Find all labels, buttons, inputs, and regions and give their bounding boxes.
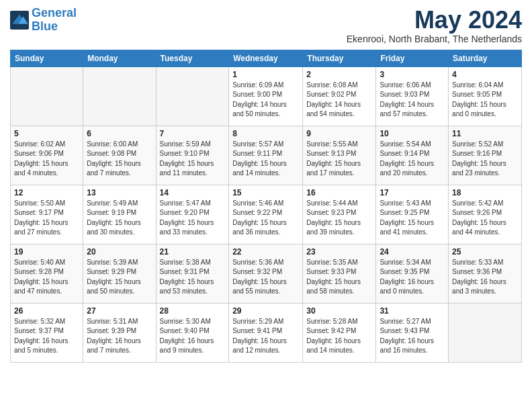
day-info: Sunrise: 6:02 AM Sunset: 9:06 PM Dayligh… [14, 140, 79, 179]
day-number: 22 [232, 247, 299, 257]
day-number: 31 [380, 306, 445, 316]
weekday-header-tuesday: Tuesday [156, 50, 229, 66]
calendar-cell: 20Sunrise: 5:39 AM Sunset: 9:29 PM Dayli… [83, 244, 156, 303]
calendar-cell: 13Sunrise: 5:49 AM Sunset: 9:19 PM Dayli… [83, 185, 156, 244]
calendar-cell: 18Sunrise: 5:42 AM Sunset: 9:26 PM Dayli… [449, 185, 522, 244]
calendar-week-row: 19Sunrise: 5:40 AM Sunset: 9:28 PM Dayli… [11, 244, 522, 303]
calendar-cell: 7Sunrise: 5:59 AM Sunset: 9:10 PM Daylig… [156, 126, 229, 185]
day-number: 11 [452, 129, 518, 138]
calendar-cell: 24Sunrise: 5:34 AM Sunset: 9:35 PM Dayli… [376, 244, 449, 303]
calendar-cell: 8Sunrise: 5:57 AM Sunset: 9:11 PM Daylig… [229, 126, 303, 185]
day-number: 13 [87, 188, 152, 197]
day-number: 12 [14, 188, 79, 197]
calendar-cell [11, 66, 83, 126]
day-info: Sunrise: 5:29 AM Sunset: 9:41 PM Dayligh… [232, 317, 299, 356]
day-number: 14 [160, 188, 226, 197]
day-number: 21 [160, 247, 226, 257]
day-info: Sunrise: 5:35 AM Sunset: 9:33 PM Dayligh… [306, 258, 372, 297]
day-number: 16 [306, 188, 372, 197]
day-number: 17 [380, 188, 445, 197]
calendar-cell: 30Sunrise: 5:28 AM Sunset: 9:42 PM Dayli… [303, 303, 376, 362]
logo: General Blue [10, 7, 77, 34]
calendar-cell: 19Sunrise: 5:40 AM Sunset: 9:28 PM Dayli… [11, 244, 83, 303]
calendar-week-row: 1Sunrise: 6:09 AM Sunset: 9:00 PM Daylig… [11, 66, 522, 126]
calendar-week-row: 26Sunrise: 5:32 AM Sunset: 9:37 PM Dayli… [11, 303, 522, 362]
weekday-header-wednesday: Wednesday [229, 50, 303, 66]
page-header: General Blue May 2024 Ekenrooi, North Br… [10, 7, 522, 44]
calendar-cell: 21Sunrise: 5:38 AM Sunset: 9:31 PM Dayli… [156, 244, 229, 303]
calendar-cell: 25Sunrise: 5:33 AM Sunset: 9:36 PM Dayli… [449, 244, 522, 303]
day-info: Sunrise: 5:43 AM Sunset: 9:25 PM Dayligh… [380, 199, 445, 238]
calendar-cell: 27Sunrise: 5:31 AM Sunset: 9:39 PM Dayli… [83, 303, 156, 362]
day-number: 3 [380, 70, 445, 79]
calendar-week-row: 5Sunrise: 6:02 AM Sunset: 9:06 PM Daylig… [11, 126, 522, 185]
day-number: 25 [452, 247, 518, 257]
day-number: 15 [232, 188, 299, 197]
calendar-cell: 2Sunrise: 6:08 AM Sunset: 9:02 PM Daylig… [303, 66, 376, 126]
day-number: 18 [452, 188, 518, 197]
calendar-cell: 14Sunrise: 5:47 AM Sunset: 9:20 PM Dayli… [156, 185, 229, 244]
day-info: Sunrise: 5:44 AM Sunset: 9:23 PM Dayligh… [306, 199, 372, 238]
day-number: 28 [160, 306, 226, 316]
calendar-cell: 11Sunrise: 5:52 AM Sunset: 9:16 PM Dayli… [449, 126, 522, 185]
calendar-cell: 5Sunrise: 6:02 AM Sunset: 9:06 PM Daylig… [11, 126, 83, 185]
day-number: 9 [306, 129, 372, 138]
day-info: Sunrise: 5:42 AM Sunset: 9:26 PM Dayligh… [452, 199, 518, 238]
day-info: Sunrise: 5:36 AM Sunset: 9:32 PM Dayligh… [232, 258, 299, 297]
day-info: Sunrise: 5:31 AM Sunset: 9:39 PM Dayligh… [87, 317, 152, 356]
day-number: 27 [87, 306, 152, 316]
calendar-cell [156, 66, 229, 126]
calendar-cell: 29Sunrise: 5:29 AM Sunset: 9:41 PM Dayli… [229, 303, 303, 362]
day-number: 5 [14, 129, 79, 138]
day-number: 10 [380, 129, 445, 138]
day-info: Sunrise: 6:00 AM Sunset: 9:08 PM Dayligh… [87, 140, 152, 179]
day-number: 24 [380, 247, 445, 257]
calendar-cell: 28Sunrise: 5:30 AM Sunset: 9:40 PM Dayli… [156, 303, 229, 362]
day-info: Sunrise: 5:40 AM Sunset: 9:28 PM Dayligh… [14, 258, 79, 297]
title-block: May 2024 Ekenrooi, North Brabant, The Ne… [347, 7, 522, 44]
day-info: Sunrise: 5:38 AM Sunset: 9:31 PM Dayligh… [160, 258, 226, 297]
day-info: Sunrise: 5:47 AM Sunset: 9:20 PM Dayligh… [160, 199, 226, 238]
day-info: Sunrise: 5:34 AM Sunset: 9:35 PM Dayligh… [380, 258, 445, 297]
day-info: Sunrise: 5:46 AM Sunset: 9:22 PM Dayligh… [232, 199, 299, 238]
day-info: Sunrise: 5:50 AM Sunset: 9:17 PM Dayligh… [14, 199, 79, 238]
day-info: Sunrise: 5:27 AM Sunset: 9:43 PM Dayligh… [380, 317, 445, 356]
calendar-cell: 4Sunrise: 6:04 AM Sunset: 9:05 PM Daylig… [449, 66, 522, 126]
day-info: Sunrise: 5:55 AM Sunset: 9:13 PM Dayligh… [306, 140, 372, 179]
calendar-table: SundayMondayTuesdayWednesdayThursdayFrid… [10, 50, 522, 363]
day-number: 2 [306, 70, 372, 79]
calendar-cell: 16Sunrise: 5:44 AM Sunset: 9:23 PM Dayli… [303, 185, 376, 244]
day-number: 6 [87, 129, 152, 138]
weekday-header-friday: Friday [376, 50, 449, 66]
calendar-cell: 22Sunrise: 5:36 AM Sunset: 9:32 PM Dayli… [229, 244, 303, 303]
day-info: Sunrise: 6:04 AM Sunset: 9:05 PM Dayligh… [452, 81, 518, 120]
weekday-header-thursday: Thursday [303, 50, 376, 66]
day-info: Sunrise: 5:33 AM Sunset: 9:36 PM Dayligh… [452, 258, 518, 297]
day-info: Sunrise: 5:49 AM Sunset: 9:19 PM Dayligh… [87, 199, 152, 238]
weekday-header-saturday: Saturday [449, 50, 522, 66]
calendar-week-row: 12Sunrise: 5:50 AM Sunset: 9:17 PM Dayli… [11, 185, 522, 244]
day-info: Sunrise: 5:57 AM Sunset: 9:11 PM Dayligh… [232, 140, 299, 179]
calendar-cell: 26Sunrise: 5:32 AM Sunset: 9:37 PM Dayli… [11, 303, 83, 362]
logo-icon [10, 11, 29, 30]
weekday-header-monday: Monday [83, 50, 156, 66]
day-info: Sunrise: 5:54 AM Sunset: 9:14 PM Dayligh… [380, 140, 445, 179]
weekday-header-row: SundayMondayTuesdayWednesdayThursdayFrid… [11, 50, 522, 66]
calendar-cell: 12Sunrise: 5:50 AM Sunset: 9:17 PM Dayli… [11, 185, 83, 244]
day-number: 30 [306, 306, 372, 316]
day-number: 26 [14, 306, 79, 316]
day-info: Sunrise: 5:39 AM Sunset: 9:29 PM Dayligh… [87, 258, 152, 297]
day-info: Sunrise: 5:28 AM Sunset: 9:42 PM Dayligh… [306, 317, 372, 356]
weekday-header-sunday: Sunday [11, 50, 83, 66]
calendar-cell: 17Sunrise: 5:43 AM Sunset: 9:25 PM Dayli… [376, 185, 449, 244]
calendar-cell [83, 66, 156, 126]
calendar-cell: 3Sunrise: 6:06 AM Sunset: 9:03 PM Daylig… [376, 66, 449, 126]
calendar-cell: 23Sunrise: 5:35 AM Sunset: 9:33 PM Dayli… [303, 244, 376, 303]
day-info: Sunrise: 5:59 AM Sunset: 9:10 PM Dayligh… [160, 140, 226, 179]
day-number: 20 [87, 247, 152, 257]
day-number: 23 [306, 247, 372, 257]
day-info: Sunrise: 6:08 AM Sunset: 9:02 PM Dayligh… [306, 81, 372, 120]
logo-text: General Blue [32, 7, 77, 34]
day-info: Sunrise: 5:30 AM Sunset: 9:40 PM Dayligh… [160, 317, 226, 356]
day-number: 8 [232, 129, 299, 138]
